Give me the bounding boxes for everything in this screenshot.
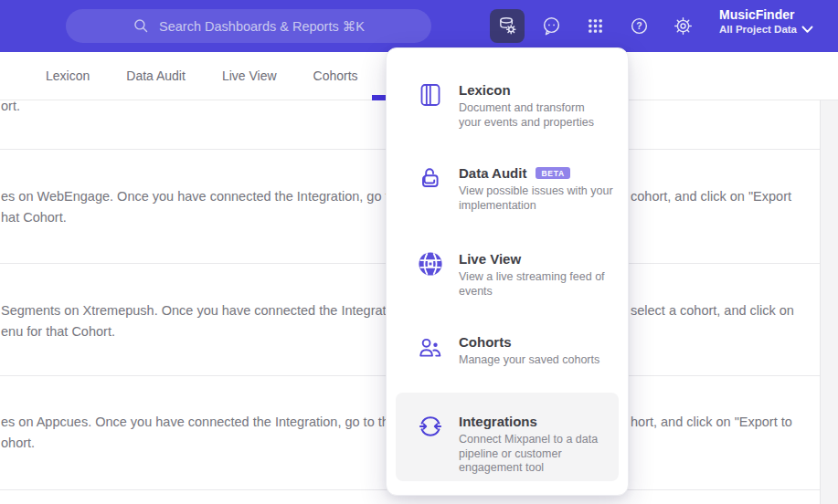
content-text-fragment: select a cohort, and click on (631, 302, 794, 319)
search-icon (133, 17, 150, 35)
topbar-icon-group: ? (490, 9, 700, 43)
menu-item-description: View a live streaming feed of events (459, 270, 621, 299)
tab-cohorts[interactable]: Cohorts (313, 68, 358, 83)
content-text-fragment: hort, and click on "Export to (631, 414, 792, 430)
gear-icon (673, 16, 694, 37)
content-text-fragment: es on WebEngage. Once you have connected… (1, 188, 419, 205)
menu-item-title: Integrations (459, 414, 537, 429)
tab-live-view[interactable]: Live View (222, 68, 277, 83)
svg-text:?: ? (636, 20, 642, 31)
feedback-button[interactable] (534, 9, 568, 43)
database-gear-icon (497, 16, 518, 37)
search-input[interactable]: Search Dashboards & Reports ⌘K (66, 9, 431, 43)
content-text-fragment: Segments on Xtremepush. Once you have co… (1, 302, 408, 319)
feedback-bubble-icon (541, 16, 562, 37)
lock-audit-icon (418, 165, 443, 191)
content-text-fragment: enu for that Cohort. (1, 323, 115, 340)
mixpanel-app: ort. es on WebEngage. Once you have conn… (0, 0, 838, 504)
menu-item-cohorts[interactable]: Cohorts Manage your saved cohorts (418, 334, 621, 368)
apps-grid-button[interactable] (578, 9, 612, 43)
menu-item-description: Document and transform your events and p… (459, 101, 621, 130)
menu-item-title: Data Audit (459, 165, 526, 181)
menu-item-description: View possible issues with your implement… (459, 184, 621, 213)
menu-item-title: Cohorts (459, 334, 512, 350)
beta-badge: BETA (536, 167, 569, 180)
scrollbar-track[interactable] (820, 100, 838, 504)
data-management-menu: Lexicon Document and transform your even… (386, 47, 629, 496)
tab-lexicon[interactable]: Lexicon (46, 68, 90, 83)
help-icon: ? (629, 16, 650, 37)
menu-item-title: Lexicon (459, 82, 511, 98)
topbar: Search Dashboards & Reports ⌘K (0, 0, 838, 52)
content-text-fragment: es on Appcues. Once you have connected t… (1, 414, 411, 430)
settings-button[interactable] (665, 9, 700, 43)
project-subtitle: All Project Data (719, 24, 797, 36)
content-text-fragment: cohort, and click on "Export (631, 188, 791, 205)
tab-data-audit[interactable]: Data Audit (126, 68, 186, 83)
menu-item-data-audit[interactable]: Data Audit BETA View possible issues wit… (418, 165, 621, 213)
help-button[interactable]: ? (621, 9, 656, 43)
integrations-sync-icon (418, 414, 443, 439)
menu-item-live-view[interactable]: Live View View a live streaming feed of … (418, 251, 621, 299)
menu-item-title: Live View (459, 251, 521, 267)
active-tab-indicator (372, 95, 387, 100)
project-name: MusicFinder (719, 7, 797, 22)
cohorts-people-icon (418, 334, 443, 360)
apps-grid-icon (586, 16, 605, 36)
menu-item-integrations[interactable]: Integrations Connect Mixpanel to a data … (396, 393, 619, 481)
data-management-button[interactable] (490, 9, 525, 43)
menu-item-description: Manage your saved cohorts (459, 353, 621, 368)
content-text-fragment: hat Cohort. (1, 209, 67, 226)
menu-item-lexicon[interactable]: Lexicon Document and transform your even… (418, 82, 621, 130)
search-placeholder: Search Dashboards & Reports ⌘K (159, 19, 365, 34)
project-selector[interactable]: MusicFinder All Project Data (719, 7, 797, 36)
menu-item-description: Connect Mixpanel to a data pipeline or c… (459, 433, 619, 476)
content-text-fragment: ohort. (1, 435, 35, 451)
globe-icon (418, 251, 443, 277)
chevron-down-icon[interactable] (801, 21, 813, 37)
journal-icon (418, 82, 443, 108)
